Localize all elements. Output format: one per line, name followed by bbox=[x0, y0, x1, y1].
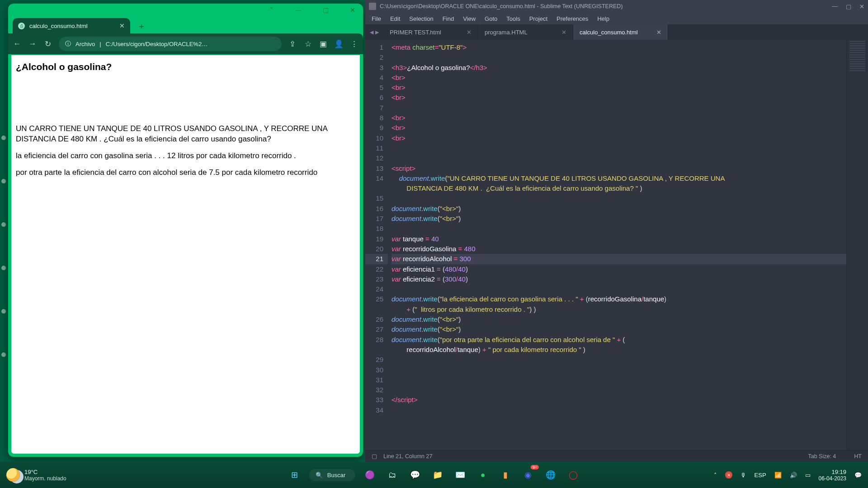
microphone-icon[interactable]: 🎙 bbox=[741, 472, 746, 479]
status-cursor-position: Line 21, Column 27 bbox=[383, 453, 432, 460]
input-language[interactable]: ESP bbox=[755, 472, 766, 479]
editor-tab-label: PRIMER TEST.html bbox=[390, 29, 441, 36]
minimap[interactable] bbox=[846, 40, 868, 450]
teams-icon[interactable]: 💬 bbox=[407, 467, 423, 483]
page-paragraph-1: UN CARRO TIENE UN TANQUE DE 40 LITROS US… bbox=[16, 124, 355, 145]
window-close-button[interactable]: ✕ bbox=[345, 4, 360, 16]
editor-body: 1234567891011121314 15161718192021222324… bbox=[365, 40, 868, 450]
wifi-icon[interactable]: 📶 bbox=[774, 472, 782, 479]
chrome-dropdown-icon[interactable]: ˅ bbox=[264, 4, 279, 16]
tab-close-icon[interactable]: ✕ bbox=[467, 29, 472, 36]
page-heading: ¿Alcohol o gasolina? bbox=[16, 61, 355, 72]
taskbar-tray: ˄ ✕ 🎙 ESP 📶 🔊 ▭ 19:19 06-04-2023 💬 bbox=[714, 469, 862, 482]
tab-close-button[interactable]: ✕ bbox=[119, 22, 125, 29]
task-view-button[interactable]: 🗂 bbox=[384, 467, 401, 483]
editor-tab-label: calculo_consumo.html bbox=[580, 29, 638, 36]
discord-edge-indicators bbox=[1, 136, 6, 357]
weather-temp: 19°C bbox=[24, 469, 66, 475]
volume-icon[interactable]: 🔊 bbox=[790, 472, 797, 479]
copilot-icon[interactable]: 🟣 bbox=[362, 467, 378, 483]
sublime-titlebar[interactable]: C:\Users\cigon\Desktop\ORACLE ONE\calcul… bbox=[365, 0, 868, 13]
menu-project[interactable]: Project bbox=[526, 14, 551, 23]
clock-date: 06-04-2023 bbox=[819, 475, 846, 482]
bookmark-button[interactable]: ☆ bbox=[303, 39, 312, 49]
spotify-icon[interactable]: ● bbox=[475, 467, 491, 483]
tab-history-nav[interactable]: ◀ ▶ bbox=[365, 24, 383, 40]
menu-tools[interactable]: Tools bbox=[503, 14, 524, 23]
url-path: C:/Users/cigon/Desktop/ORACLE%2… bbox=[106, 41, 208, 47]
taskbar-search[interactable]: 🔍 Buscar bbox=[309, 469, 355, 481]
notifications-button[interactable]: 💬 bbox=[854, 472, 862, 479]
tab-close-icon[interactable]: ✕ bbox=[656, 29, 661, 36]
menu-file[interactable]: File bbox=[368, 14, 385, 23]
tray-overflow-button[interactable]: ˄ bbox=[714, 472, 717, 479]
sublime-statusbar: ▢ Line 21, Column 27 Tab Size: 4 HT bbox=[365, 450, 868, 462]
share-button[interactable]: ⇪ bbox=[288, 39, 297, 49]
nav-forward-button[interactable]: → bbox=[28, 39, 37, 48]
browser-tab-title: calculo_consumo.html bbox=[29, 23, 88, 29]
explorer-icon[interactable]: 📁 bbox=[429, 467, 446, 483]
search-icon: 🔍 bbox=[316, 472, 323, 479]
menu-preferences[interactable]: Preferences bbox=[553, 14, 592, 23]
tab-close-icon[interactable]: ✕ bbox=[561, 29, 566, 36]
mail-icon[interactable]: ✉️ bbox=[452, 467, 468, 483]
menu-view[interactable]: View bbox=[459, 14, 479, 23]
sublime-title-text: C:\Users\cigon\Desktop\ORACLE ONE\calcul… bbox=[380, 3, 623, 9]
editor-tab-programa[interactable]: programa.HTML ✕ bbox=[478, 24, 573, 40]
weather-icon bbox=[6, 468, 20, 482]
url-separator: | bbox=[99, 41, 101, 47]
address-bar[interactable]: ⓘ Archivo | C:/Users/cigon/Desktop/ORACL… bbox=[59, 37, 282, 51]
sublime-window: C:\Users\cigon\Desktop\ORACLE ONE\calcul… bbox=[365, 0, 868, 462]
window-maximize-button[interactable]: ▢ bbox=[846, 3, 851, 10]
profile-button[interactable]: 👤 bbox=[334, 39, 343, 49]
menu-find[interactable]: Find bbox=[439, 14, 458, 23]
sidepanel-button[interactable]: ▣ bbox=[319, 39, 328, 49]
page-paragraph-3: por otra parte la eficiencia del carro c… bbox=[16, 168, 355, 178]
sublime-tabstrip: ◀ ▶ PRIMER TEST.html ✕ programa.HTML ✕ c… bbox=[365, 24, 868, 40]
taskbar-clock[interactable]: 19:19 06-04-2023 bbox=[819, 469, 846, 482]
code-editor[interactable]: <meta charset="UTF-8"><h3>¿Alcohol o gas… bbox=[388, 40, 846, 450]
chrome-taskbar-icon[interactable]: 🌐 bbox=[542, 467, 559, 483]
menu-edit[interactable]: Edit bbox=[387, 14, 404, 23]
menu-goto[interactable]: Goto bbox=[481, 14, 501, 23]
editor-tab-calculo-consumo[interactable]: calculo_consumo.html ✕ bbox=[573, 24, 668, 40]
taskbar-search-placeholder: Buscar bbox=[327, 472, 345, 479]
security-alert-icon[interactable]: ✕ bbox=[725, 471, 732, 479]
windows-taskbar: 19°C Mayorm. nublado ⊞ 🔍 Buscar 🟣 🗂 💬 📁 … bbox=[0, 462, 868, 488]
chrome-tabstrip: ⎙ calculo_consumo.html ✕ + bbox=[8, 16, 363, 33]
status-tabsize[interactable]: Tab Size: 4 bbox=[808, 453, 836, 460]
chrome-window: ˅ — ▢ ✕ ⎙ calculo_consumo.html ✕ + ← → ↻… bbox=[8, 4, 363, 457]
sublime-taskbar-icon[interactable]: ▮ bbox=[497, 467, 514, 483]
chrome-titlebar[interactable]: ˅ — ▢ ✕ bbox=[8, 4, 363, 16]
nav-reload-button[interactable]: ↻ bbox=[43, 39, 52, 49]
status-syntax[interactable]: HT bbox=[854, 453, 862, 460]
start-button[interactable]: ⊞ bbox=[287, 467, 303, 483]
url-scheme-label: Archivo bbox=[75, 41, 95, 47]
window-maximize-button[interactable]: ▢ bbox=[318, 4, 333, 16]
window-close-button[interactable]: ✕ bbox=[859, 3, 864, 10]
window-minimize-button[interactable]: — bbox=[832, 3, 838, 10]
page-favicon-icon: ⎙ bbox=[18, 23, 25, 29]
weather-desc: Mayorm. nublado bbox=[24, 475, 66, 482]
editor-tab-label: programa.HTML bbox=[485, 29, 528, 36]
nav-back-button[interactable]: ← bbox=[13, 39, 22, 48]
site-info-icon[interactable]: ⓘ bbox=[65, 40, 71, 48]
opera-icon[interactable]: ◯ bbox=[565, 467, 581, 483]
rendered-page: ¿Alcohol o gasolina? UN CARRO TIENE UN T… bbox=[10, 54, 361, 455]
taskbar-weather-widget[interactable]: 19°C Mayorm. nublado bbox=[6, 468, 66, 482]
clock-time: 19:19 bbox=[819, 469, 846, 475]
discord-icon[interactable]: ◉ bbox=[520, 467, 536, 483]
page-paragraph-2: la eficiencia del carro con gasolina ser… bbox=[16, 151, 355, 161]
browser-tab[interactable]: ⎙ calculo_consumo.html ✕ bbox=[13, 18, 130, 33]
line-number-gutter[interactable]: 1234567891011121314 15161718192021222324… bbox=[365, 40, 388, 450]
editor-tab-primer-test[interactable]: PRIMER TEST.html ✕ bbox=[383, 24, 478, 40]
battery-icon[interactable]: ▭ bbox=[805, 472, 811, 479]
chrome-menu-button[interactable]: ⋮ bbox=[349, 39, 359, 49]
chrome-toolbar: ← → ↻ ⓘ Archivo | C:/Users/cigon/Desktop… bbox=[8, 33, 363, 54]
menu-help[interactable]: Help bbox=[594, 14, 613, 23]
new-tab-button[interactable]: + bbox=[135, 20, 148, 33]
sublime-menubar: File Edit Selection Find View Goto Tools… bbox=[365, 13, 868, 24]
status-indent-toggle[interactable]: ▢ bbox=[372, 453, 377, 460]
menu-selection[interactable]: Selection bbox=[406, 14, 437, 23]
window-minimize-button[interactable]: — bbox=[291, 4, 306, 16]
